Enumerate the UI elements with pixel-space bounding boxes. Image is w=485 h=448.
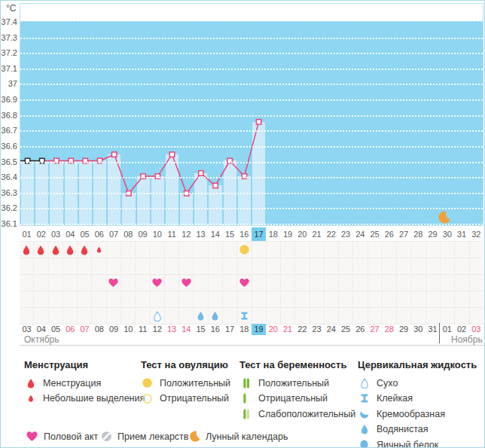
cycle-day-cell[interactable]: 28 <box>411 227 426 241</box>
event-cell[interactable] <box>470 242 483 258</box>
event-cell[interactable] <box>107 242 121 258</box>
event-cell[interactable] <box>179 308 194 324</box>
event-cell[interactable] <box>325 242 339 258</box>
event-cell[interactable] <box>136 242 150 258</box>
event-cell[interactable] <box>252 291 267 307</box>
event-cell[interactable] <box>165 242 179 258</box>
event-cell[interactable] <box>470 275 483 291</box>
event-cell[interactable] <box>34 242 48 258</box>
event-cell[interactable] <box>441 258 455 274</box>
event-cell[interactable] <box>107 291 121 307</box>
event-cell[interactable] <box>179 258 194 274</box>
event-cell[interactable] <box>412 308 426 324</box>
event-cell[interactable] <box>49 242 63 258</box>
event-cell[interactable] <box>441 242 455 258</box>
event-cell[interactable] <box>223 275 237 291</box>
event-cell[interactable] <box>78 291 92 307</box>
cycle-day-cell[interactable]: 21 <box>310 227 324 241</box>
event-cell[interactable] <box>179 242 194 258</box>
event-cell[interactable] <box>383 275 397 291</box>
event-cell[interactable] <box>107 308 121 324</box>
cycle-day-cell[interactable]: 07 <box>107 227 121 241</box>
cycle-day-cell[interactable]: 01 <box>20 227 34 241</box>
event-cell[interactable] <box>49 308 63 324</box>
cycle-day-cell[interactable]: 31 <box>455 227 469 241</box>
event-cell[interactable] <box>194 308 208 324</box>
cycle-day-cell[interactable]: 08 <box>121 227 136 241</box>
event-cell[interactable] <box>237 258 252 274</box>
cycle-day-cell[interactable]: 06 <box>92 227 106 241</box>
event-cell[interactable] <box>295 242 310 258</box>
event-cell[interactable] <box>353 291 368 307</box>
event-cell[interactable] <box>455 275 469 291</box>
event-cell[interactable] <box>92 242 106 258</box>
event-cell[interactable] <box>63 308 78 324</box>
event-cell[interactable] <box>223 291 237 307</box>
event-cell[interactable] <box>267 258 281 274</box>
event-cell[interactable] <box>237 308 252 324</box>
event-cell[interactable] <box>339 242 353 258</box>
event-cell[interactable] <box>397 308 411 324</box>
event-cell[interactable] <box>295 291 310 307</box>
event-cell[interactable] <box>455 242 469 258</box>
event-cell[interactable] <box>92 258 106 274</box>
cycle-day-cell[interactable]: 17 <box>252 227 266 241</box>
event-cell[interactable] <box>223 242 237 258</box>
event-cell[interactable] <box>310 291 325 307</box>
event-cell[interactable] <box>339 308 353 324</box>
event-cell[interactable] <box>165 291 179 307</box>
event-cell[interactable] <box>136 275 150 291</box>
event-cell[interactable] <box>325 308 339 324</box>
event-cell[interactable] <box>151 291 165 307</box>
event-cell[interactable] <box>412 258 426 274</box>
cycle-day-cell[interactable]: 19 <box>281 227 295 241</box>
event-cell[interactable] <box>78 275 92 291</box>
event-cell[interactable] <box>325 258 339 274</box>
event-cell[interactable] <box>92 291 106 307</box>
event-cell[interactable] <box>470 291 483 307</box>
cycle-day-cell[interactable]: 05 <box>78 227 92 241</box>
cycle-day-cell[interactable]: 26 <box>382 227 396 241</box>
event-cell[interactable] <box>151 275 165 291</box>
event-cell[interactable] <box>368 291 383 307</box>
event-cell[interactable] <box>412 291 426 307</box>
event-cell[interactable] <box>63 258 78 274</box>
event-cell[interactable] <box>209 308 223 324</box>
event-cell[interactable] <box>267 291 281 307</box>
event-cell[interactable] <box>237 275 252 291</box>
event-cell[interactable] <box>151 242 165 258</box>
event-cell[interactable] <box>383 242 397 258</box>
cycle-day-cell[interactable]: 12 <box>179 227 194 241</box>
event-cell[interactable] <box>194 291 208 307</box>
event-cell[interactable] <box>397 275 411 291</box>
cycle-day-cell[interactable]: 27 <box>397 227 411 241</box>
event-cell[interactable] <box>310 308 325 324</box>
event-cell[interactable] <box>310 275 325 291</box>
event-cell[interactable] <box>426 291 441 307</box>
cycle-day-cell[interactable]: 04 <box>63 227 78 241</box>
event-cell[interactable] <box>20 275 34 291</box>
event-cell[interactable] <box>237 242 252 258</box>
event-cell[interactable] <box>339 291 353 307</box>
cycle-day-cell[interactable]: 32 <box>469 227 483 241</box>
event-cell[interactable] <box>281 258 295 274</box>
event-cell[interactable] <box>353 242 368 258</box>
event-cell[interactable] <box>92 275 106 291</box>
cycle-day-cell[interactable]: 10 <box>150 227 164 241</box>
event-cell[interactable] <box>252 308 267 324</box>
event-cell[interactable] <box>179 275 194 291</box>
event-cell[interactable] <box>295 258 310 274</box>
event-cell[interactable] <box>397 258 411 274</box>
event-cell[interactable] <box>426 308 441 324</box>
event-cell[interactable] <box>151 258 165 274</box>
event-cell[interactable] <box>34 308 48 324</box>
event-cell[interactable] <box>121 242 136 258</box>
cycle-day-cell[interactable]: 11 <box>165 227 179 241</box>
event-cell[interactable] <box>121 308 136 324</box>
event-cell[interactable] <box>20 291 34 307</box>
event-cell[interactable] <box>412 242 426 258</box>
event-cell[interactable] <box>295 308 310 324</box>
event-cell[interactable] <box>34 291 48 307</box>
event-cell[interactable] <box>368 308 383 324</box>
event-cell[interactable] <box>455 308 469 324</box>
